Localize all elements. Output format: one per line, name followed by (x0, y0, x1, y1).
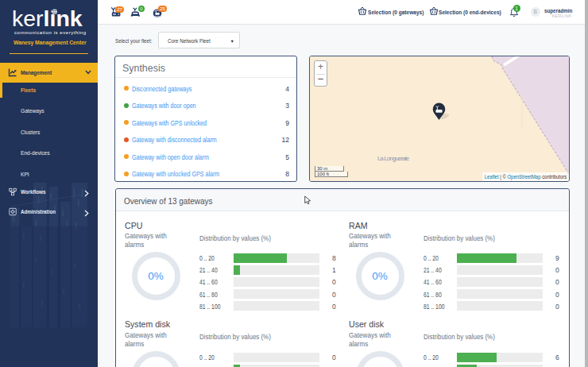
svg-text:La Longuerale: La Longuerale (377, 155, 409, 162)
